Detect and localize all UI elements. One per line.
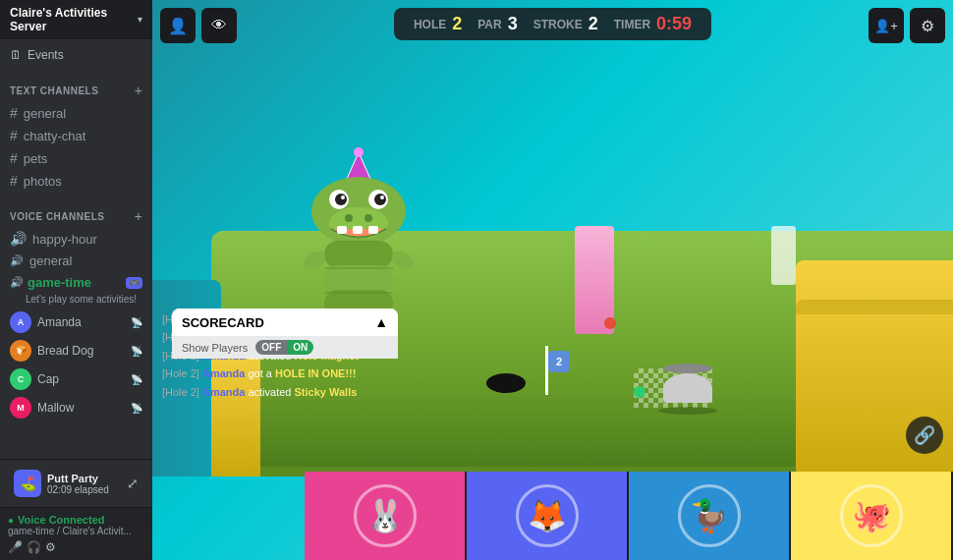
- chat-message-5: [Hole 2] Amanda activated Sticky Walls: [162, 383, 511, 402]
- channel-photos[interactable]: # photos: [4, 170, 148, 192]
- person-icon: 👤: [168, 17, 188, 35]
- add-player-button[interactable]: 👤+: [869, 8, 904, 43]
- player-card-2[interactable]: 🦊: [467, 472, 629, 560]
- voice-member-cap[interactable]: C Cap 📡: [4, 365, 148, 393]
- headphone-icon[interactable]: 🎧: [27, 540, 41, 554]
- settings-button[interactable]: ⚙: [910, 8, 945, 43]
- stroke-stat: STROKE 2: [533, 14, 598, 34]
- server-name: Claire's Activities Server: [10, 6, 138, 33]
- channel-name: photos: [24, 174, 62, 189]
- activity-icon: 🎮: [126, 277, 142, 289]
- chat-event: HOLE IN ONE!!!: [275, 367, 357, 379]
- channel-name: chatty-chat: [24, 129, 86, 143]
- game-area: 2: [152, 0, 953, 560]
- putt-party-bar: ⛳ Putt Party 02:09 elapsed ⤢: [0, 459, 152, 507]
- events-icon: 🗓: [10, 48, 22, 62]
- channel-name: game-time: [28, 275, 91, 290]
- svg-point-8: [341, 196, 345, 199]
- svg-point-20: [301, 248, 329, 273]
- hash-icon: #: [10, 128, 18, 143]
- add-text-channel-button[interactable]: +: [135, 83, 142, 98]
- signal-icon: ●: [8, 515, 14, 526]
- svg-rect-17: [324, 265, 393, 293]
- channel-name: pets: [24, 151, 48, 166]
- channel-chatty-chat[interactable]: # chatty-chat: [4, 125, 148, 146]
- expand-icon: ⤢: [127, 476, 139, 491]
- scorecard-header: SCORECARD ▲: [172, 308, 398, 336]
- gear-icon: ⚙: [921, 17, 934, 35]
- cap-avatar: C: [10, 368, 31, 390]
- show-players-toggle[interactable]: OFF ON: [255, 340, 313, 355]
- disc-base: [663, 373, 712, 403]
- player-card-4[interactable]: 🐙: [791, 472, 953, 560]
- member-name: Amanda: [37, 315, 125, 329]
- toggle-on-option: ON: [287, 340, 313, 355]
- stream-icon: 📡: [131, 317, 142, 328]
- game-canvas: 2: [152, 0, 953, 560]
- channel-general-voice[interactable]: 🔊 general: [4, 251, 148, 271]
- text-channels-section: TEXT CHANNELS + # general # chatty-chat …: [0, 71, 152, 196]
- player-icon-button[interactable]: 👤: [160, 8, 196, 43]
- scorecard-panel: SCORECARD ▲ Show Players OFF ON: [172, 308, 398, 359]
- channel-pets[interactable]: # pets: [4, 147, 148, 169]
- show-players-label: Show Players: [182, 342, 248, 354]
- hud-left-icons: 👤 👁: [160, 8, 237, 43]
- chat-event: Sticky Walls: [295, 386, 358, 398]
- member-name: Bread Dog: [37, 344, 125, 358]
- volume-icon: 🔊: [10, 254, 24, 267]
- settings-icon[interactable]: ⚙: [45, 540, 56, 554]
- putt-party-activity[interactable]: ⛳ Putt Party 02:09 elapsed ⤢: [8, 466, 144, 501]
- channel-name: general: [24, 106, 66, 121]
- breaddog-avatar: 🍞: [10, 340, 31, 362]
- mallow-avatar: M: [10, 397, 31, 419]
- white-obstacle: [771, 226, 796, 285]
- svg-rect-13: [337, 226, 347, 234]
- voice-member-amanda[interactable]: A Amanda 📡: [4, 308, 148, 336]
- disc-top: [663, 364, 712, 373]
- disc-shadow: [658, 407, 717, 415]
- svg-rect-14: [353, 226, 363, 234]
- member-name: Cap: [37, 372, 125, 386]
- svg-rect-16: [324, 241, 393, 268]
- channel-name: happy-hour: [32, 232, 97, 247]
- putt-elapsed: 02:09 elapsed: [47, 484, 121, 495]
- add-person-icon: 👤+: [874, 19, 898, 33]
- player-card-3[interactable]: 🦆: [629, 472, 791, 560]
- player-avatar-1: 🐰: [354, 484, 417, 547]
- channel-happy-hour[interactable]: 🔊 happy-hour: [4, 228, 148, 250]
- voice-connected-bar: ● Voice Connected game-time / Claire's A…: [0, 507, 152, 560]
- events-button[interactable]: 🗓 Events: [0, 39, 152, 71]
- timer-stat: TIMER 0:59: [614, 14, 692, 34]
- par-value: 3: [508, 14, 518, 34]
- voice-channels-section: VOICE CHANNELS + 🔊 happy-hour 🔊 general …: [0, 196, 152, 426]
- mic-icon[interactable]: 🎤: [8, 540, 23, 554]
- add-voice-channel-button[interactable]: +: [135, 208, 142, 224]
- link-icon-button[interactable]: 🔗: [906, 417, 943, 454]
- player-card-1[interactable]: 🐰: [305, 472, 467, 560]
- channel-general[interactable]: # general: [4, 102, 148, 124]
- hud-stats-panel: HOLE 2 PAR 3 STROKE 2 TIMER 0:59: [394, 8, 711, 40]
- channel-game-time[interactable]: 🔊 game-time 🎮 Let's play some activities…: [4, 272, 148, 308]
- hash-icon: #: [10, 173, 18, 189]
- volume-active-icon: 🔊: [10, 276, 24, 289]
- putt-name: Putt Party: [47, 473, 121, 484]
- par-stat: PAR 3: [477, 14, 517, 34]
- amanda-avatar: A: [10, 311, 31, 333]
- timer-label: TIMER: [614, 18, 650, 31]
- voice-member-mallow[interactable]: M Mallow 📡: [4, 394, 148, 421]
- voice-member-breaddog[interactable]: 🍞 Bread Dog 📡: [4, 337, 148, 364]
- svg-rect-15: [368, 226, 378, 234]
- voice-connected-status: Voice Connected: [18, 514, 104, 526]
- golf-ball-red: [604, 317, 616, 329]
- chain-link-icon: 🔗: [914, 424, 935, 446]
- eye-icon-button[interactable]: 👁: [201, 8, 237, 43]
- player-avatar-3: 🦆: [678, 484, 741, 547]
- voice-channels-label: VOICE CHANNELS: [10, 211, 104, 222]
- chat-text: got a: [245, 367, 275, 379]
- server-header[interactable]: Claire's Activities Server ▾: [0, 0, 152, 39]
- putt-info: Putt Party 02:09 elapsed: [47, 473, 121, 495]
- events-label: Events: [28, 48, 64, 62]
- chevron-down-icon: ▾: [138, 14, 142, 25]
- scorecard-expand-button[interactable]: ▲: [374, 314, 388, 330]
- svg-point-7: [374, 194, 386, 205]
